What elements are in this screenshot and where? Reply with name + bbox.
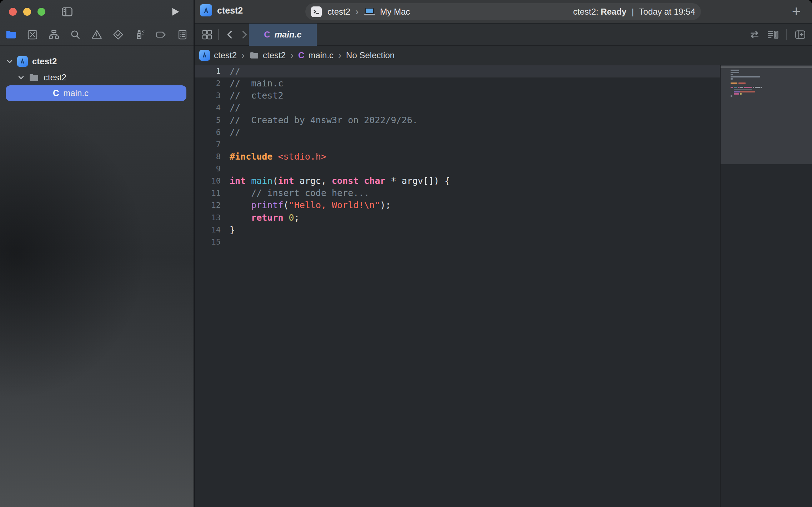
- code-line[interactable]: 12 printf("Hello, World!\n");: [195, 199, 720, 211]
- line-number: 6: [195, 126, 221, 139]
- scheme-target[interactable]: ctest2: [327, 7, 350, 17]
- tab-bar: C main.c: [195, 24, 812, 46]
- main-area: ctest2 ctest2 › My Mac: [195, 0, 812, 507]
- run-icon[interactable]: [169, 6, 181, 18]
- c-file-icon: C: [53, 88, 59, 98]
- chevron-down-icon[interactable]: [5, 57, 14, 66]
- tree-item-file-selected[interactable]: C main.c: [0, 85, 194, 101]
- breadcrumb-label[interactable]: ctest2: [214, 50, 237, 60]
- code-line[interactable]: 10int main(int argc, const char * argv[]…: [195, 175, 720, 187]
- line-number: 7: [195, 139, 221, 151]
- scheme-destination[interactable]: My Mac: [380, 7, 410, 17]
- back-icon[interactable]: [224, 29, 236, 41]
- minimap-code-bar: [731, 87, 733, 88]
- minimap-current-line: [721, 66, 812, 68]
- breadcrumb-label[interactable]: main.c: [308, 50, 334, 60]
- code-line[interactable]: 13 return 0;: [195, 212, 720, 224]
- minimap-code-bar: [731, 78, 733, 80]
- xcode-project-icon: [200, 4, 212, 16]
- minimap[interactable]: [721, 65, 812, 507]
- breadcrumb-item-file[interactable]: C main.c: [298, 50, 334, 60]
- minimap-code-bar: [734, 91, 740, 92]
- tree-item-project[interactable]: ctest2: [5, 54, 57, 69]
- code-line[interactable]: 5// Created by 4nsw3r on 2022/9/26.: [195, 114, 720, 126]
- line-number: 5: [195, 114, 221, 126]
- breadcrumb-item-group[interactable]: ctest2: [249, 50, 286, 60]
- tree-item-label: ctest2: [32, 56, 57, 66]
- tab-overview-icon[interactable]: [201, 29, 213, 41]
- breakpoint-navigator-icon[interactable]: [155, 29, 167, 41]
- minimap-code-bar: [731, 76, 760, 77]
- chevron-down-icon[interactable]: [16, 73, 26, 82]
- add-editor-icon[interactable]: [794, 29, 806, 41]
- xcode-window: ctest2 ctest2 C main.c: [0, 0, 812, 507]
- code-line[interactable]: 8#include <stdio.h>: [195, 151, 720, 163]
- breadcrumb-label[interactable]: No Selection: [346, 50, 395, 60]
- breadcrumb-item-project[interactable]: ctest2: [199, 50, 237, 61]
- code-line[interactable]: 6//: [195, 126, 720, 139]
- c-file-icon: C: [298, 50, 304, 60]
- toolbar-separator: [786, 29, 787, 40]
- code-line[interactable]: 14}: [195, 224, 720, 236]
- minimap-code-bar: [755, 87, 760, 88]
- minimize-button[interactable]: [23, 8, 31, 16]
- sidebar-header: [0, 0, 194, 24]
- breadcrumb-label[interactable]: ctest2: [263, 50, 286, 60]
- line-number: 15: [195, 236, 221, 248]
- line-number: 9: [195, 163, 221, 175]
- find-navigator-icon[interactable]: [69, 29, 81, 41]
- add-tab-icon[interactable]: +: [788, 4, 804, 19]
- project-navigator-folder-icon[interactable]: [5, 29, 17, 41]
- code-line[interactable]: 3// ctest2: [195, 90, 720, 102]
- code-text: // Created by 4nsw3r on 2022/9/26.: [221, 114, 418, 126]
- line-number: 11: [195, 187, 221, 199]
- symbol-navigator-icon[interactable]: [48, 29, 60, 41]
- source-control-navigator-icon[interactable]: [26, 29, 39, 41]
- minimap-code-bar: [731, 95, 732, 97]
- minimap-code-bar: [740, 87, 743, 88]
- code-text: #include <stdio.h>: [221, 151, 326, 163]
- forward-icon[interactable]: [238, 29, 250, 41]
- code-line[interactable]: 7: [195, 139, 720, 151]
- toolbar-separator: [218, 29, 219, 40]
- code-editor[interactable]: 1//2// main.c3// ctest24//5// Created by…: [195, 65, 720, 248]
- code-line[interactable]: 1//: [195, 65, 720, 77]
- line-number: 12: [195, 199, 221, 211]
- minimap-code-bar: [744, 87, 752, 88]
- report-navigator-icon[interactable]: [176, 29, 189, 41]
- window-title: ctest2: [217, 5, 243, 16]
- minimap-code-bar: [753, 87, 754, 88]
- code-line[interactable]: 9: [195, 163, 720, 175]
- tab-main-c[interactable]: C main.c: [249, 24, 317, 46]
- debug-navigator-icon[interactable]: [134, 29, 146, 41]
- test-navigator-icon[interactable]: [112, 29, 124, 41]
- scheme-selector[interactable]: ctest2 › My Mac ctest2: Ready | Today at…: [305, 3, 701, 20]
- line-number: 1: [195, 65, 221, 77]
- minimap-code-bar: [738, 87, 740, 88]
- related-items-icon[interactable]: [748, 29, 761, 41]
- code-line[interactable]: 15: [195, 236, 720, 248]
- code-line[interactable]: 2// main.c: [195, 77, 720, 90]
- code-line[interactable]: 4//: [195, 102, 720, 114]
- line-number: 8: [195, 151, 221, 163]
- sidebar-toggle-icon[interactable]: [61, 5, 74, 18]
- code-text: }: [221, 224, 235, 236]
- zoom-button[interactable]: [37, 8, 45, 16]
- code-line[interactable]: 11 // insert code here...: [195, 187, 720, 199]
- minimap-code-bar: [731, 82, 737, 84]
- tree-item-group[interactable]: ctest2: [16, 70, 66, 85]
- minimap-code-bar: [734, 89, 752, 90]
- code-text: return 0;: [221, 212, 300, 224]
- minimap-code-bar: [761, 87, 762, 88]
- close-button[interactable]: [9, 8, 17, 16]
- breadcrumb-item-selection[interactable]: No Selection: [346, 50, 395, 60]
- chevron-separator: ›: [355, 6, 359, 17]
- code-text: //: [221, 102, 240, 114]
- activity-status: ctest2: Ready | Today at 19:54: [573, 7, 695, 17]
- navigator-bar: [0, 24, 194, 46]
- minimap-code-bar: [734, 93, 739, 95]
- issue-navigator-icon[interactable]: [91, 29, 103, 41]
- minimap-code-bar: [731, 70, 739, 71]
- sidebar: ctest2 ctest2 C main.c: [0, 0, 194, 507]
- editor-options-icon[interactable]: [767, 29, 779, 41]
